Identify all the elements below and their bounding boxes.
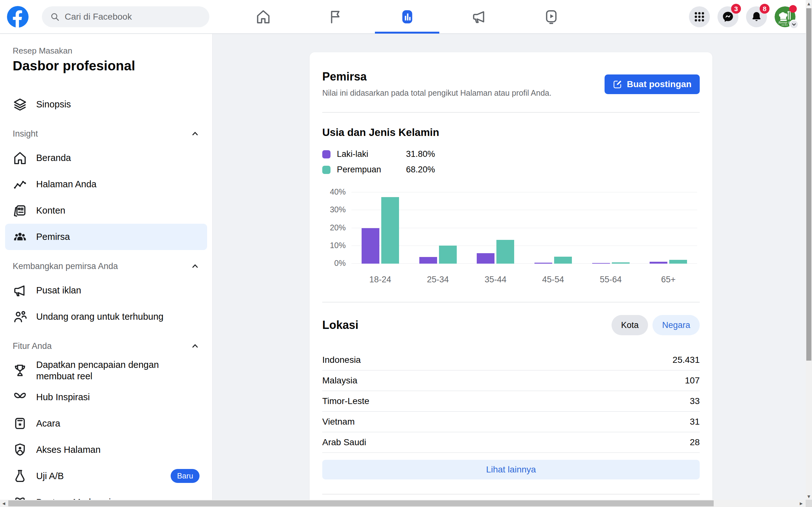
nav-tab-insights[interactable] [371,0,443,34]
nav-tab-video[interactable] [515,0,587,34]
bar-male-25-34 [419,257,437,264]
bar-male-45-54 [535,263,552,264]
messenger-button[interactable]: 3 [717,6,739,27]
bar-male-55-64 [592,263,610,264]
sidebar-item-hub-inspirasi[interactable]: Hub Inspirasi [5,384,207,410]
card-header: Pemirsa Nilai ini didasarkan pada total … [322,52,700,98]
bell-icon [751,11,763,23]
sidebar-item-bantuan-moderasi[interactable]: Bantuan Moderasi [5,489,207,500]
location-name: Timor-Leste [322,396,690,406]
sidebar-item-acara[interactable]: Acara [5,410,207,437]
legend-label: Perempuan [337,165,400,175]
bar-group-65+ [640,192,697,264]
sidebar-item-dapatkan-pencapaian-dengan-membuat-reel[interactable]: Dapatkan pencapaian dengan membuat reel [5,357,207,384]
search-placeholder: Cari di Facebook [65,12,132,22]
location-row-vietnam: Vietnam31 [322,412,700,432]
event-icon [13,416,27,431]
messenger-icon [722,11,734,23]
invite-people-icon [13,309,27,324]
home-outline-icon [13,151,27,165]
sidebar-item-akses-halaman[interactable]: Akses Halaman [5,437,207,463]
location-value: 107 [685,376,700,386]
y-axis-tick: 10% [322,241,346,250]
profile-notification-dot [789,5,797,13]
new-badge: Baru [171,469,200,483]
y-axis-tick: 20% [322,223,346,232]
sidebar-item-label: Dapatkan pencapaian dengan membuat reel [36,359,200,382]
location-name: Indonesia [322,355,672,365]
vertical-scrollbar[interactable]: ▲ ▼ [806,0,812,500]
legend-value: 31.80% [406,149,435,159]
age-gender-bar-chart: 0%10%20%30%40% 18-2425-3435-4445-5455-64… [322,183,700,287]
sidebar-item-pusat-iklan[interactable]: Pusat iklan [5,277,207,303]
flask-icon [13,469,27,483]
scrollbar-corner [806,500,812,507]
top-nav-tabs [227,0,587,34]
sidebar-item-undang-orang-untuk-terhubung[interactable]: Undang orang untuk terhubung [5,303,207,330]
toggle-kota[interactable]: Kota [612,315,648,335]
sidebar-item-pemirsa[interactable]: Pemirsa [5,224,207,250]
account-chevron-down-icon [789,20,799,29]
butterfly-icon [13,390,27,404]
x-axis-label: 25-34 [409,275,467,287]
scroll-right-arrow-icon[interactable]: ► [798,500,805,507]
profile-menu-button[interactable]: Resep Bu [774,6,796,27]
bar-male-35-44 [477,253,495,264]
scroll-up-arrow-icon[interactable]: ▲ [806,0,812,7]
location-title: Lokasi [322,319,612,332]
sidebar-item-label: Bantuan Moderasi [36,497,111,500]
layers-icon [13,97,27,112]
horizontal-scrollbar[interactable]: ◄ ► [0,500,806,507]
nav-tab-ads[interactable] [443,0,515,34]
sidebar-section-kembangkan-pemirsa-anda[interactable]: Kembangkan pemirsa Anda [5,255,207,277]
legend-swatch [322,166,331,174]
moderation-icon [13,495,27,500]
scroll-down-arrow-icon[interactable]: ▼ [806,493,812,500]
notifications-button[interactable]: 8 [746,6,767,27]
bar-female-35-44 [496,240,514,264]
y-axis-tick: 30% [322,205,346,214]
location-row-malaysia: Malaysia107 [322,371,700,391]
legend-row: Perempuan68.20% [322,165,700,175]
x-axis-label: 55-64 [582,275,640,287]
chevron-up-icon [191,262,200,271]
x-axis-label: 18-24 [351,275,409,287]
location-header: Lokasi KotaNegara [322,315,700,335]
sidebar-section-insight[interactable]: Insight [5,123,207,145]
sidebar-item-label: Uji A/B [36,470,64,482]
sidebar-item-sinopsis[interactable]: Sinopsis [5,91,207,118]
scroll-left-arrow-icon[interactable]: ◄ [0,500,8,507]
sidebar-section-label: Insight [13,129,191,139]
create-post-label: Buat postingan [627,79,692,89]
legend-label: Laki-laki [337,149,400,159]
bar-group-55-64 [582,192,640,264]
sidebar-item-label: Pusat iklan [36,285,81,296]
sidebar-section-label: Fitur Anda [13,341,191,351]
sidebar-item-konten[interactable]: Konten [5,198,207,224]
sidebar-section-fitur-anda[interactable]: Fitur Anda [5,335,207,357]
sidebar-item-label: Konten [36,205,65,216]
bar-group-35-44 [467,192,524,264]
sidebar-item-beranda[interactable]: Beranda [5,145,207,171]
toggle-negara[interactable]: Negara [653,315,700,335]
create-post-button[interactable]: Buat postingan [605,74,700,94]
sidebar-item-label: Akses Halaman [36,444,101,455]
sidebar-page-name: Resep Masakan [13,46,200,56]
location-name: Arab Saudi [322,437,690,447]
search-input[interactable]: Cari di Facebook [42,6,209,27]
horizontal-scrollbar-thumb[interactable] [8,500,714,506]
nav-tab-pages[interactable] [299,0,371,34]
main-content: Pemirsa Nilai ini didasarkan pada total … [213,34,806,507]
vertical-scrollbar-thumb[interactable] [806,8,811,360]
facebook-logo-icon[interactable] [7,6,29,27]
sidebar-item-halaman-anda[interactable]: Halaman Anda [5,171,207,198]
home-icon [255,9,271,25]
location-list: Indonesia25.431Malaysia107Timor-Leste33V… [322,350,700,453]
location-row-indonesia: Indonesia25.431 [322,350,700,371]
apps-menu-button[interactable] [689,6,710,27]
x-axis-label: 45-54 [524,275,582,287]
nav-tab-home[interactable] [227,0,299,34]
location-value: 31 [690,417,700,427]
see-more-button[interactable]: Lihat lainnya [322,460,700,480]
sidebar-item-uji-a-b[interactable]: Uji A/BBaru [5,463,207,489]
